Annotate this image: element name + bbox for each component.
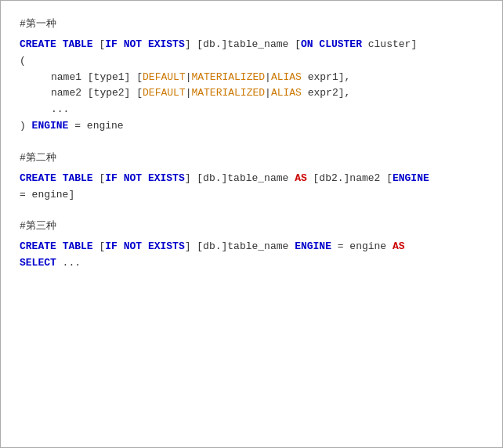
keyword-as: AS [295,172,307,184]
keyword-exists: EXISTS [148,172,185,184]
keyword-table: TABLE [63,38,93,50]
keyword-materialized: MATERIALIZED [191,87,265,99]
code-line-1-6: ) ENGINE = engine [20,118,483,135]
comment-2: #第二种 [20,150,483,164]
keyword-create: CREATE [20,172,56,184]
keyword-create: CREATE [20,240,56,252]
keyword-default: DEFAULT [143,71,186,83]
keyword-as: AS [393,240,405,252]
keyword-not: NOT [124,172,142,184]
keyword-if: IF [105,240,118,252]
code-line-1-2: ( [20,53,483,70]
code-line-3-1: CREATE TABLE [IF NOT EXISTS] [db.]table_… [20,239,483,255]
code-block-1: CREATE TABLE [IF NOT EXISTS] [db.]table_… [20,37,483,135]
keyword-alias: ALIAS [271,71,302,83]
keyword-alias: ALIAS [271,87,302,99]
code-line-3-2: SELECT ... [20,255,483,272]
keyword-table: TABLE [63,172,93,184]
code-block-3: CREATE TABLE [IF NOT EXISTS] [db.]table_… [20,239,483,272]
comment-1: #第一种 [20,16,483,31]
section-2: #第二种CREATE TABLE [IF NOT EXISTS] [db.]ta… [20,150,483,204]
keyword-not: NOT [124,240,142,252]
keyword-materialized: MATERIALIZED [191,71,265,83]
keyword-engine: ENGINE [295,240,331,252]
code-line-2-2: = engine] [20,187,483,204]
code-line-1-1: CREATE TABLE [IF NOT EXISTS] [db.]table_… [20,37,483,53]
keyword-default: DEFAULT [143,87,186,99]
keyword-if: IF [105,172,118,184]
keyword-engine: ENGINE [32,120,69,132]
code-line-1-3: name1 [type1] [DEFAULT|MATERIALIZED|ALIA… [20,70,483,86]
keyword-create: CREATE [20,38,56,50]
code-line-2-1: CREATE TABLE [IF NOT EXISTS] [db.]table_… [20,171,483,187]
section-1: #第一种CREATE TABLE [IF NOT EXISTS] [db.]ta… [20,16,483,135]
main-container: #第一种CREATE TABLE [IF NOT EXISTS] [db.]ta… [0,0,503,448]
keyword-engine: ENGINE [393,172,429,184]
keyword-if: IF [105,38,118,50]
comment-3: #第三种 [20,219,483,233]
keyword-cluster: CLUSTER [319,38,362,50]
section-3: #第三种CREATE TABLE [IF NOT EXISTS] [db.]ta… [20,219,483,272]
keyword-exists: EXISTS [148,38,185,50]
code-line-1-5: ... [20,102,483,118]
keyword-on: ON [301,38,313,50]
keyword-exists: EXISTS [148,240,185,252]
keyword-table: TABLE [63,240,93,252]
code-line-1-4: name2 [type2] [DEFAULT|MATERIALIZED|ALIA… [20,85,483,102]
keyword-select: SELECT [20,257,56,269]
code-block-2: CREATE TABLE [IF NOT EXISTS] [db.]table_… [20,171,483,204]
keyword-not: NOT [124,38,142,50]
